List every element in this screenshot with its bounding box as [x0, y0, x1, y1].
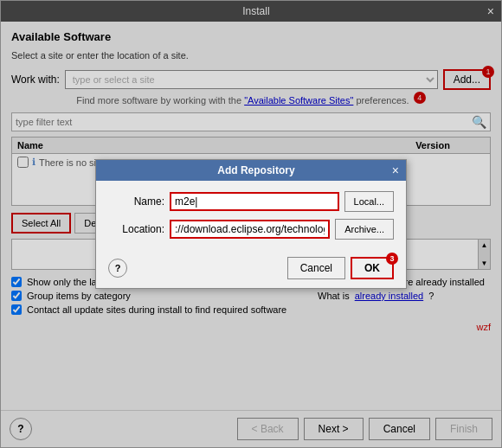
modal-close-button[interactable]: ×	[392, 163, 399, 177]
modal-body: Name: Local... Location: Archive...	[96, 181, 406, 250]
name-field-row: Name: Local...	[108, 191, 394, 212]
name-label: Name:	[108, 195, 164, 208]
modal-cancel-button[interactable]: Cancel	[287, 257, 345, 279]
local-button[interactable]: Local...	[344, 191, 394, 212]
modal-overlay: Add Repository × Name: Local... Location…	[1, 1, 501, 447]
location-input[interactable]	[170, 220, 330, 239]
location-label: Location:	[108, 223, 164, 235]
badge-3: 3	[386, 253, 398, 265]
location-field-row: Location: Archive...	[108, 219, 394, 240]
add-repository-modal: Add Repository × Name: Local... Location…	[95, 159, 407, 289]
archive-button[interactable]: Archive...	[335, 219, 394, 240]
modal-title: Add Repository	[217, 164, 294, 176]
modal-footer-right: Cancel OK 3	[287, 257, 394, 279]
main-window: Install × Available Software Select a si…	[0, 0, 502, 448]
modal-ok-button[interactable]: OK 3	[351, 257, 394, 279]
modal-footer: ? Cancel OK 3	[96, 250, 406, 288]
modal-title-bar: Add Repository ×	[96, 160, 406, 181]
modal-help-button[interactable]: ?	[108, 259, 127, 278]
name-input[interactable]	[170, 192, 339, 211]
